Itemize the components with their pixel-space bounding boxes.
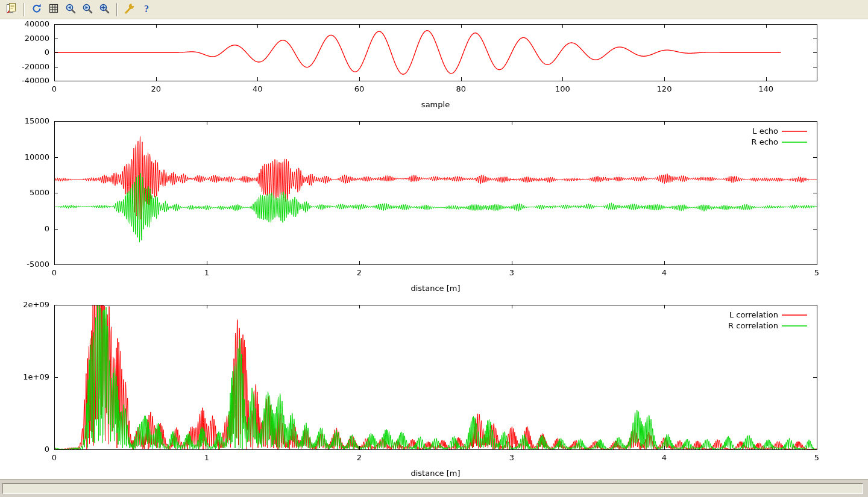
- toolbar: ?: [0, 0, 868, 19]
- wrench-icon: [124, 2, 136, 16]
- toolbar-separator: [24, 3, 25, 16]
- status-field: [2, 483, 863, 494]
- zoom-previous-icon: [64, 2, 77, 16]
- export-plot-icon: [5, 2, 17, 16]
- help-icon: ?: [140, 2, 153, 16]
- svg-text:?: ?: [144, 4, 149, 14]
- gnuplot-window: ?: [0, 0, 868, 497]
- zoom-next-button[interactable]: [80, 2, 95, 17]
- replot-button[interactable]: [29, 2, 45, 17]
- plot-area: [0, 19, 868, 479]
- autoscale-icon: [98, 2, 110, 16]
- refresh-icon: [31, 2, 43, 16]
- export-plot-button[interactable]: [4, 2, 19, 17]
- zoom-next-icon: [81, 2, 93, 16]
- zoom-previous-button[interactable]: [63, 2, 78, 17]
- status-bar: [0, 479, 868, 497]
- toolbar-separator: [116, 3, 118, 16]
- toggle-grid-button[interactable]: [46, 2, 61, 17]
- charts-canvas[interactable]: [0, 19, 868, 479]
- autoscale-button[interactable]: [96, 2, 112, 17]
- configure-button[interactable]: [122, 2, 137, 17]
- grid-icon: [48, 2, 60, 16]
- help-button[interactable]: ?: [139, 2, 154, 17]
